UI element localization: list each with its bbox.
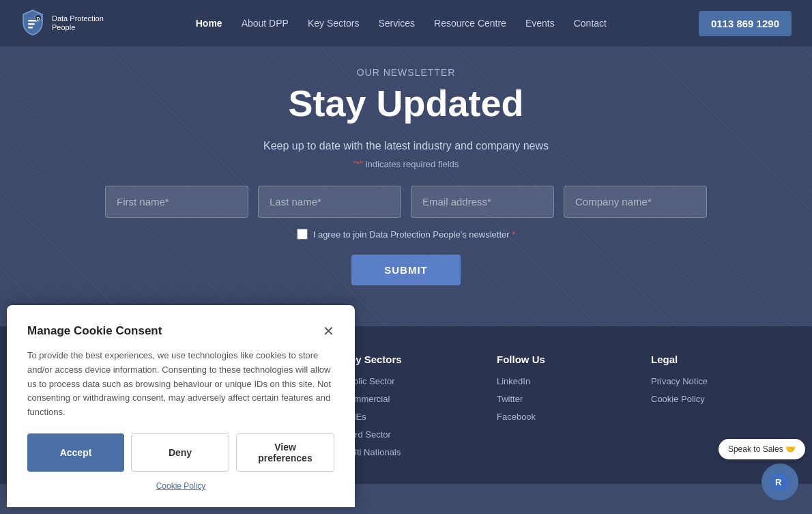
- svg-rect-2: [28, 27, 33, 29]
- footer-follow-list: LinkedIn Twitter Facebook: [497, 375, 624, 423]
- form-row-names: [14, 186, 798, 218]
- footer-follow-link-1[interactable]: Twitter: [497, 394, 523, 404]
- main-nav: Home About DPP Key Sectors Services Reso…: [196, 18, 607, 29]
- cookie-body: To provide the best experiences, we use …: [27, 349, 334, 420]
- required-note: "*" indicates required fields: [14, 159, 798, 169]
- footer-sectors-list: Public Sector Commercial SMEs Third Sect…: [343, 375, 469, 458]
- logo-icon: D: [20, 9, 45, 38]
- nav-about[interactable]: About DPP: [242, 18, 289, 29]
- logo-text: Data Protection People: [52, 14, 104, 32]
- nav-events[interactable]: Events: [525, 18, 555, 29]
- svg-text:D: D: [37, 16, 40, 21]
- last-name-input[interactable]: [258, 186, 401, 218]
- nav-home[interactable]: Home: [196, 18, 222, 29]
- footer-follow-link-0[interactable]: LinkedIn: [497, 376, 530, 386]
- required-asterisk: "*": [353, 159, 363, 169]
- nav-contact[interactable]: Contact: [574, 18, 607, 29]
- nav-resource-centre[interactable]: Resource Centre: [434, 18, 506, 29]
- newsletter-label: Our Newsletter: [14, 67, 798, 78]
- cookie-accept-button[interactable]: Accept: [27, 433, 124, 472]
- subtitle: Keep up to date with the latest industry…: [14, 140, 798, 152]
- logo-area: D Data Protection People: [20, 9, 104, 38]
- company-input[interactable]: [564, 186, 707, 218]
- phone-button[interactable]: 0113 869 1290: [699, 11, 792, 36]
- nav-services[interactable]: Services: [378, 18, 415, 29]
- cookie-prefs-button[interactable]: View preferences: [236, 433, 334, 472]
- footer-legal-link-1[interactable]: Cookie Policy: [651, 394, 705, 404]
- footer-follow-col: Follow Us LinkedIn Twitter Facebook: [497, 354, 624, 463]
- footer-sectors-col: Key Sectors Public Sector Commercial SME…: [343, 354, 469, 463]
- nav-key-sectors[interactable]: Key Sectors: [308, 18, 359, 29]
- speak-to-sales-button[interactable]: Speak to Sales 🤝: [719, 439, 805, 459]
- main-title: Stay Updated: [14, 83, 798, 124]
- cookie-buttons: Accept Deny View preferences: [27, 433, 334, 472]
- svg-rect-1: [28, 23, 35, 25]
- revain-icon: R: [770, 472, 789, 491]
- submit-button[interactable]: SUBMIT: [351, 255, 461, 285]
- first-name-input[interactable]: [105, 186, 248, 218]
- footer-sectors-heading: Key Sectors: [343, 354, 469, 365]
- footer-follow-link-2[interactable]: Facebook: [497, 412, 536, 422]
- revain-widget[interactable]: R: [762, 463, 798, 500]
- cookie-policy-link[interactable]: Cookie Policy: [27, 481, 334, 491]
- cookie-close-button[interactable]: ✕: [323, 324, 334, 338]
- footer-follow-heading: Follow Us: [497, 354, 624, 365]
- cookie-header: Manage Cookie Consent ✕: [27, 324, 334, 338]
- footer-legal-link-0[interactable]: Privacy Notice: [651, 376, 708, 386]
- email-input[interactable]: [411, 186, 554, 218]
- cookie-banner: Manage Cookie Consent ✕ To provide the b…: [7, 305, 355, 507]
- footer-legal-heading: Legal: [651, 354, 778, 365]
- newsletter-section: Our Newsletter Stay Updated Keep up to d…: [0, 46, 812, 326]
- cookie-title: Manage Cookie Consent: [27, 324, 162, 338]
- cookie-deny-button[interactable]: Deny: [131, 433, 229, 472]
- site-header: D Data Protection People Home About DPP …: [0, 0, 812, 46]
- consent-label: I agree to join Data Protection People's…: [313, 229, 516, 240]
- consent-row: I agree to join Data Protection People's…: [14, 229, 798, 240]
- consent-required: *: [512, 229, 515, 240]
- consent-checkbox[interactable]: [297, 229, 308, 240]
- svg-text:R: R: [775, 477, 782, 487]
- required-note-text: indicates required fields: [366, 159, 459, 169]
- footer-legal-list: Privacy Notice Cookie Policy: [651, 375, 778, 405]
